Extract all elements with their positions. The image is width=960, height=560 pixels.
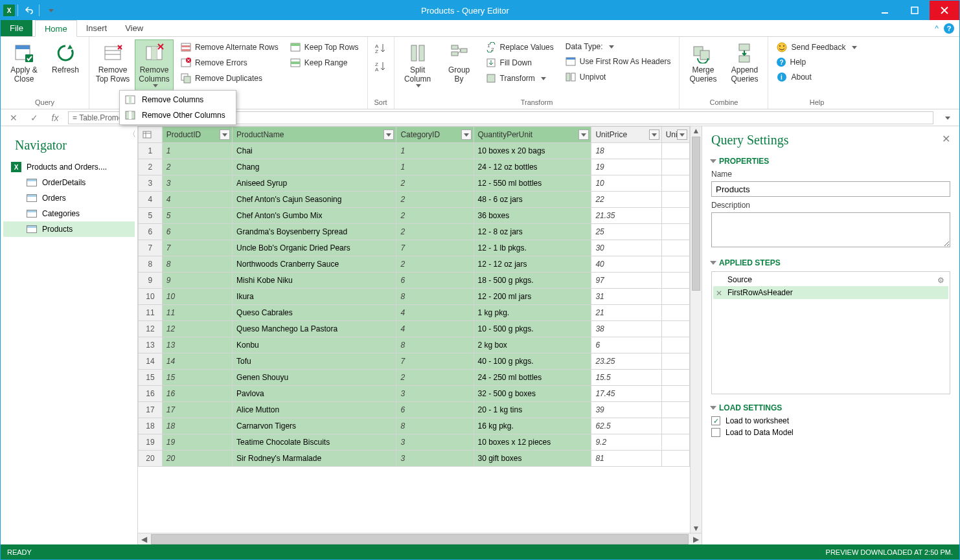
column-header-productid[interactable]: ProductID — [162, 127, 232, 143]
qat-customize[interactable] — [42, 3, 58, 18]
query-name-input[interactable] — [711, 181, 950, 197]
sort-desc-button[interactable]: ZA — [372, 58, 390, 76]
filter-icon[interactable] — [220, 129, 230, 140]
column-header-unitprice[interactable]: UnitPrice — [591, 127, 661, 143]
fill-down-button[interactable]: Fill Down — [481, 55, 558, 71]
about-button[interactable]: iAbout — [772, 69, 861, 85]
data-table[interactable]: ProductIDProductNameCategoryIDQuantityPe… — [138, 126, 690, 467]
ribbon-collapse-icon[interactable]: ^ — [935, 24, 939, 33]
fx-accept[interactable]: ✓ — [27, 113, 42, 123]
table-row[interactable]: 55Chef Anton's Gumbo Mix236 boxes21.35 — [139, 208, 690, 224]
use-first-row-headers-button[interactable]: Use First Row As Headers — [561, 54, 676, 69]
nav-item-orderdetails[interactable]: OrderDetails — [3, 175, 135, 190]
nav-root[interactable]: Products and Orders.... — [3, 159, 135, 175]
minimize-button[interactable] — [870, 1, 900, 20]
table-row[interactable]: 11Chai110 boxes x 20 bags18 — [139, 143, 690, 159]
append-queries-button[interactable]: Append Queries — [725, 39, 764, 97]
fx-cancel[interactable]: ✕ — [6, 113, 21, 123]
help-button[interactable]: ?Help — [772, 55, 861, 69]
row-number[interactable]: 5 — [139, 208, 163, 224]
table-row[interactable]: 1212Queso Manchego La Pastora410 - 500 g… — [139, 321, 690, 337]
fx-expand[interactable] — [939, 113, 954, 123]
row-number[interactable]: 15 — [139, 370, 163, 386]
table-row[interactable]: 1414Tofu740 - 100 g pkgs.23.25 — [139, 353, 690, 370]
tab-file[interactable]: File — [1, 20, 32, 36]
dd-remove-columns[interactable]: Remove Columns — [121, 92, 234, 107]
filter-icon[interactable] — [383, 129, 394, 140]
tab-home[interactable]: Home — [35, 20, 77, 37]
table-row[interactable]: 99Mishi Kobe Niku618 - 500 g pkgs.97 — [139, 273, 690, 289]
load-to-datamodel-checkbox[interactable]: Load to Data Model — [711, 428, 950, 437]
horizontal-scrollbar[interactable]: ◀▶ — [138, 533, 702, 544]
sort-asc-button[interactable]: AZ — [372, 39, 390, 58]
row-number[interactable]: 2 — [139, 159, 163, 175]
row-number[interactable]: 18 — [139, 418, 163, 434]
row-number[interactable]: 12 — [139, 321, 163, 337]
row-number[interactable]: 19 — [139, 434, 163, 451]
table-row[interactable]: 2020Sir Rodney's Marmalade330 gift boxes… — [139, 451, 690, 467]
table-row[interactable]: 1515Genen Shouyu224 - 250 ml bottles15.5 — [139, 370, 690, 386]
row-number[interactable]: 14 — [139, 353, 163, 370]
row-number[interactable]: 8 — [139, 256, 163, 273]
close-button[interactable] — [930, 1, 959, 20]
step-firstrowasheader[interactable]: ✕FirstRowAsHeader — [713, 286, 948, 299]
unpivot-button[interactable]: Unpivot — [561, 69, 676, 85]
corner-cell[interactable] — [139, 127, 163, 143]
send-feedback-button[interactable]: Send Feedback — [772, 39, 861, 55]
row-number[interactable]: 20 — [139, 451, 163, 467]
filter-icon[interactable] — [578, 129, 589, 140]
tab-view[interactable]: View — [116, 20, 152, 36]
step-source[interactable]: Source⚙ — [713, 273, 948, 286]
row-number[interactable]: 17 — [139, 402, 163, 418]
refresh-button[interactable]: Refresh — [46, 39, 85, 97]
row-number[interactable]: 3 — [139, 175, 163, 192]
row-number[interactable]: 9 — [139, 273, 163, 289]
row-number[interactable]: 1 — [139, 143, 163, 159]
nav-item-products[interactable]: Products — [3, 221, 135, 237]
row-number[interactable]: 13 — [139, 337, 163, 353]
apply-and-close-button[interactable]: Apply & Close — [5, 39, 43, 97]
table-row[interactable]: 1010Ikura812 - 200 ml jars31 — [139, 289, 690, 305]
load-settings-section[interactable]: LOAD SETTINGS — [711, 403, 950, 412]
transform-menu-button[interactable]: Transform — [481, 71, 558, 86]
row-number[interactable]: 16 — [139, 386, 163, 402]
table-row[interactable]: 1919Teatime Chocolate Biscuits310 boxes … — [139, 434, 690, 451]
table-row[interactable]: 33Aniseed Syrup212 - 550 ml bottles10 — [139, 175, 690, 192]
column-header-categoryid[interactable]: CategoryID — [396, 127, 474, 143]
row-number[interactable]: 4 — [139, 192, 163, 208]
row-number[interactable]: 10 — [139, 289, 163, 305]
table-row[interactable]: 88Northwoods Cranberry Sauce212 - 12 oz … — [139, 256, 690, 273]
table-row[interactable]: 22Chang124 - 12 oz bottles19 — [139, 159, 690, 175]
tab-insert[interactable]: Insert — [77, 20, 117, 36]
keep-top-rows-button[interactable]: Keep Top Rows — [286, 39, 363, 55]
group-by-button[interactable]: Group By — [440, 39, 479, 97]
delete-step-icon[interactable]: ✕ — [716, 289, 722, 298]
applied-steps-section[interactable]: APPLIED STEPS — [711, 258, 950, 267]
row-number[interactable]: 6 — [139, 224, 163, 240]
column-header-unit[interactable]: Unit — [661, 127, 689, 143]
remove-alternate-rows-button[interactable]: Remove Alternate Rows — [176, 39, 283, 55]
qat-undo[interactable] — [21, 3, 36, 18]
remove-columns-button[interactable]: Remove Columns — [135, 39, 174, 97]
remove-top-rows-button[interactable]: Remove Top Rows — [93, 39, 132, 97]
query-description-input[interactable] — [711, 212, 950, 247]
vertical-scrollbar[interactable]: ▲ ▼ — [690, 126, 702, 533]
properties-section[interactable]: PROPERTIES — [711, 157, 950, 166]
nav-item-orders[interactable]: Orders — [3, 190, 135, 206]
table-row[interactable]: 1717Alice Mutton620 - 1 kg tins39 — [139, 402, 690, 418]
query-settings-close[interactable]: ✕ — [942, 133, 950, 145]
row-number[interactable]: 11 — [139, 305, 163, 321]
filter-icon[interactable] — [677, 129, 687, 140]
nav-item-categories[interactable]: Categories — [3, 206, 135, 221]
table-row[interactable]: 44Chef Anton's Cajun Seasoning248 - 6 oz… — [139, 192, 690, 208]
gear-icon[interactable]: ⚙ — [937, 276, 944, 285]
filter-icon[interactable] — [461, 129, 472, 140]
dd-remove-other-columns[interactable]: Remove Other Columns — [121, 107, 234, 123]
data-type-button[interactable]: Data Type: — [561, 39, 676, 54]
replace-values-button[interactable]: 12Replace Values — [481, 39, 558, 55]
row-number[interactable]: 7 — [139, 240, 163, 256]
remove-duplicates-button[interactable]: Remove Duplicates — [176, 71, 283, 86]
help-icon[interactable]: ? — [944, 23, 954, 34]
filter-icon[interactable] — [649, 129, 659, 140]
table-row[interactable]: 66Grandma's Boysenberry Spread212 - 8 oz… — [139, 224, 690, 240]
